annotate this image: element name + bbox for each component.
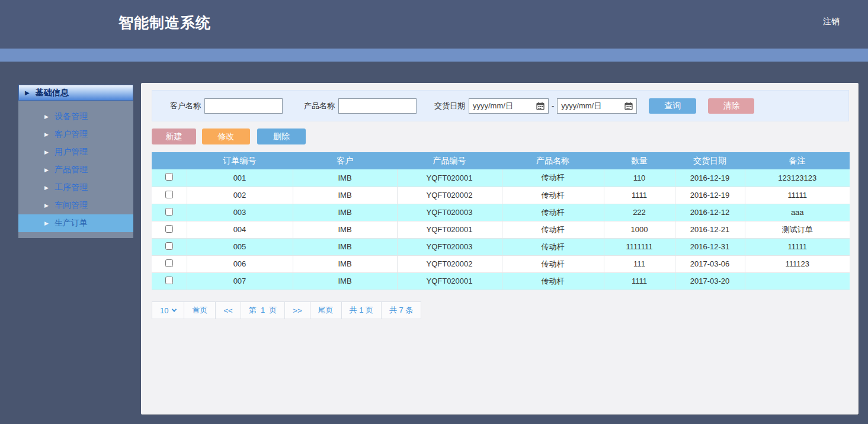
table-cell [745,272,850,290]
sidebar-item-label: 产品管理 [55,165,88,175]
page-size-select[interactable]: 10 [152,301,184,319]
table-cell: 002 [187,187,293,204]
date-placeholder: yyyy/mm/日 [561,101,601,111]
table-row: 002IMBYQFT020002传动杆11112016-12-1911111 [152,187,850,204]
table-cell: 传动杆 [502,238,604,255]
table-cell: 2016-12-19 [675,169,745,187]
table-cell: YQFT020001 [397,221,502,238]
customer-name-label: 客户名称 [170,101,201,111]
arrow-right-icon: ▶ [44,185,49,191]
table-cell: 006 [187,255,293,272]
column-header: 客户 [293,152,397,169]
arrow-right-icon: ▶ [44,220,49,226]
row-checkbox[interactable] [165,208,173,216]
row-checkbox[interactable] [165,173,173,181]
sidebar-item-5[interactable]: ▶工序管理 [18,179,133,197]
sidebar-item-3[interactable]: ▶用户管理 [18,143,133,161]
table-cell: 测试订单 [745,221,850,238]
table-cell: 2016-12-31 [675,238,745,255]
delivery-date-label: 交货日期 [434,101,465,111]
product-name-input[interactable] [338,98,417,114]
table-cell: 111 [604,255,675,272]
header-band [0,49,868,62]
row-checkbox[interactable] [165,225,173,233]
date-range-separator: - [552,101,554,110]
table-cell: YQFT020001 [397,272,502,290]
arrow-right-icon: ▶ [44,203,49,208]
sidebar: ▶ 基础信息 ▶设备管理▶客户管理▶用户管理▶产品管理▶工序管理▶车间管理▶生产… [18,85,133,238]
table-cell: 1111 [604,272,675,290]
table-cell: 2016-12-19 [675,187,745,204]
edit-button[interactable]: 修改 [202,129,250,144]
query-button[interactable]: 查询 [649,98,696,114]
table-row: 006IMBYQFT020002传动杆1112017-03-06111123 [152,255,850,272]
customer-name-input[interactable] [204,98,283,114]
delete-button[interactable]: 删除 [257,129,306,144]
column-header: 交货日期 [675,152,745,169]
calendar-icon[interactable] [624,102,633,110]
table-cell: 1111 [604,187,675,204]
table-cell: 11111 [745,187,850,204]
last-page-button[interactable]: 尾页 [310,301,342,319]
sidebar-item-6[interactable]: ▶车间管理 [18,197,133,214]
next-page-button[interactable]: >> [284,301,310,319]
table-header-row: 订单编号客户产品编号产品名称数量交货日期备注 [152,152,850,169]
delivery-date-end-input[interactable]: yyyy/mm/日 [557,98,637,114]
table-cell: 传动杆 [502,221,604,238]
column-header: 产品名称 [502,152,604,169]
table-cell: 2016-12-12 [675,204,745,221]
table-cell: 11111 [745,238,850,255]
date-placeholder: yyyy/mm/日 [473,101,513,111]
table-cell: 传动杆 [502,255,604,272]
sidebar-item-2[interactable]: ▶客户管理 [18,126,133,143]
chevron-down-icon [172,307,177,311]
table-cell: YQFT020003 [397,204,502,221]
sidebar-item-1[interactable]: ▶设备管理 [18,108,133,126]
table-cell: IMB [293,272,397,290]
logout-link[interactable]: 注销 [823,17,840,27]
sidebar-item-label: 用户管理 [55,147,88,158]
arrow-right-icon: ▶ [44,131,49,137]
clear-button[interactable]: 清除 [708,98,754,114]
sidebar-item-4[interactable]: ▶产品管理 [18,161,133,179]
row-checkbox[interactable] [165,277,173,284]
column-header: 产品编号 [397,152,502,169]
sidebar-item-label: 车间管理 [55,200,88,211]
table-row: 004IMBYQFT020001传动杆10002016-12-21测试订单 [152,221,850,238]
table-cell: 004 [187,221,293,238]
delivery-date-start-input[interactable]: yyyy/mm/日 [469,98,549,114]
table-cell: YQFT020002 [397,255,502,272]
first-page-button[interactable]: 首页 [184,301,216,319]
row-checkbox[interactable] [165,191,173,198]
table-cell: 2017-03-06 [675,255,745,272]
new-button[interactable]: 新建 [152,129,196,144]
table-cell: IMB [293,255,397,272]
sidebar-menu: ▶设备管理▶客户管理▶用户管理▶产品管理▶工序管理▶车间管理▶生产订单 [18,101,133,238]
sidebar-section-basic-info[interactable]: ▶ 基础信息 [18,85,133,101]
table-cell: IMB [293,169,397,187]
sidebar-section-label: 基础信息 [36,88,69,98]
arrow-right-icon: ▶ [25,89,30,96]
pagination: 10 首页 << 第 1 页 >> 尾页 共 1 页 共 7 条 [152,301,421,319]
column-header: 备注 [745,152,850,169]
prev-page-button[interactable]: << [215,301,241,319]
calendar-icon[interactable] [536,102,544,110]
column-header: 数量 [604,152,675,169]
row-checkbox[interactable] [165,259,173,267]
table-cell: YQFT020003 [397,238,502,255]
sidebar-item-label: 生产订单 [55,218,88,229]
sidebar-item-7[interactable]: ▶生产订单 [18,214,133,232]
table-cell: YQFT020002 [397,187,502,204]
table-cell: IMB [293,221,397,238]
table-cell: 传动杆 [502,272,604,290]
column-header: 订单编号 [187,152,293,169]
product-name-label: 产品名称 [304,101,335,111]
total-pages-label: 共 1 页 [341,301,382,319]
table-row: 003IMBYQFT020003传动杆2222016-12-12aaa [152,204,850,221]
table-cell: 1000 [604,221,675,238]
current-page-indicator[interactable]: 第 1 页 [241,301,286,319]
toolbar: 新建 修改 删除 [152,129,306,144]
table-row: 005IMBYQFT020003传动杆11111112016-12-311111… [152,238,850,255]
row-checkbox[interactable] [165,242,173,250]
table-cell: IMB [293,204,397,221]
